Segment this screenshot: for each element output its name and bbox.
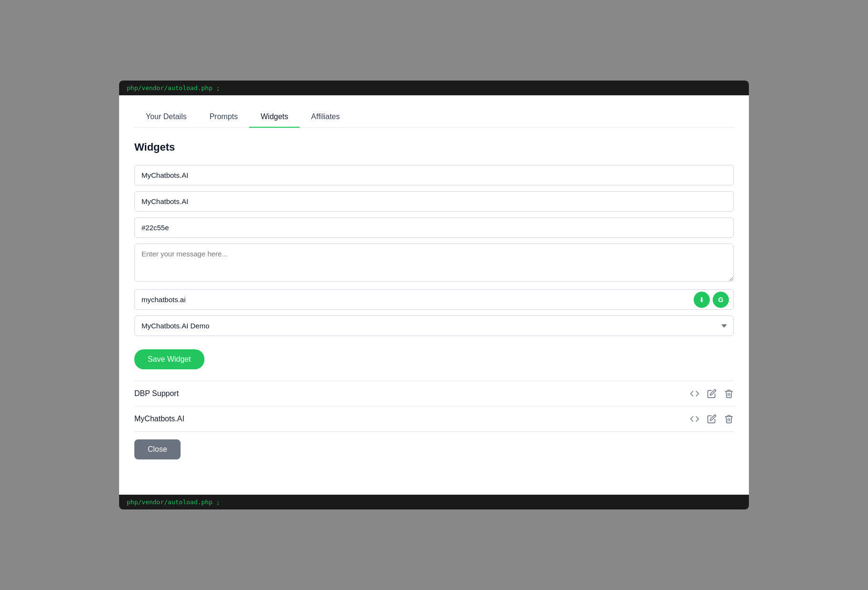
field2-input[interactable]: [134, 191, 734, 212]
delete-icon-dbp[interactable]: [724, 389, 734, 398]
field3-group: [134, 217, 734, 238]
edit-icon-mychatbots[interactable]: [707, 414, 717, 424]
dropdown-group: MyChatbots.AI Demo Other Option: [134, 315, 734, 336]
tab-prompts[interactable]: Prompts: [198, 107, 250, 128]
chatbot-select[interactable]: MyChatbots.AI Demo Other Option: [134, 315, 734, 336]
widget-name-mychatbots: MyChatbots.AI: [134, 415, 184, 423]
widget-row-dbp: DBP Support: [134, 381, 734, 407]
tab-widgets[interactable]: Widgets: [249, 107, 300, 128]
field1-input[interactable]: [134, 165, 734, 185]
field3-input[interactable]: [134, 217, 734, 238]
input-icon-group: ⬇ G: [694, 292, 729, 308]
field1-group: [134, 165, 734, 185]
modal: php/vendor/autoload.php ; Your Details P…: [119, 81, 749, 509]
code-icon-mychatbots[interactable]: [690, 414, 699, 424]
tabs-container: Your Details Prompts Widgets Affiliates: [134, 107, 734, 128]
field2-group: [134, 191, 734, 212]
field5-group: ⬇ G: [134, 289, 734, 310]
download-icon: ⬇: [699, 296, 705, 304]
delete-icon-mychatbots[interactable]: [724, 414, 734, 424]
message-textarea[interactable]: [134, 244, 734, 282]
top-code-bar: php/vendor/autoload.php ;: [119, 81, 749, 95]
code-bar-text: php/vendor/autoload.php ;: [127, 84, 220, 92]
edit-icon-dbp[interactable]: [707, 389, 717, 398]
widget-name-dbp: DBP Support: [134, 389, 179, 398]
grammarly-icon-button[interactable]: G: [713, 292, 729, 308]
download-icon-button[interactable]: ⬇: [694, 292, 710, 308]
widget-actions-mychatbots: [690, 414, 734, 424]
field4-group: [134, 244, 734, 284]
bottom-code-bar-text: php/vendor/autoload.php ;: [127, 498, 220, 506]
page-title: Widgets: [134, 141, 734, 153]
widget-actions-dbp: [690, 389, 734, 398]
modal-content: Your Details Prompts Widgets Affiliates …: [119, 95, 749, 495]
close-button[interactable]: Close: [134, 439, 181, 459]
tab-your-details[interactable]: Your Details: [134, 107, 198, 128]
grammarly-icon: G: [718, 296, 724, 304]
code-icon-dbp[interactable]: [690, 389, 699, 398]
widget-list: DBP Support: [134, 381, 734, 432]
save-widget-button[interactable]: Save Widget: [134, 349, 204, 369]
tab-affiliates[interactable]: Affiliates: [300, 107, 351, 128]
bottom-code-bar: php/vendor/autoload.php ;: [119, 495, 749, 509]
field5-input[interactable]: [134, 289, 734, 310]
widget-row-mychatbots: MyChatbots.AI: [134, 407, 734, 432]
